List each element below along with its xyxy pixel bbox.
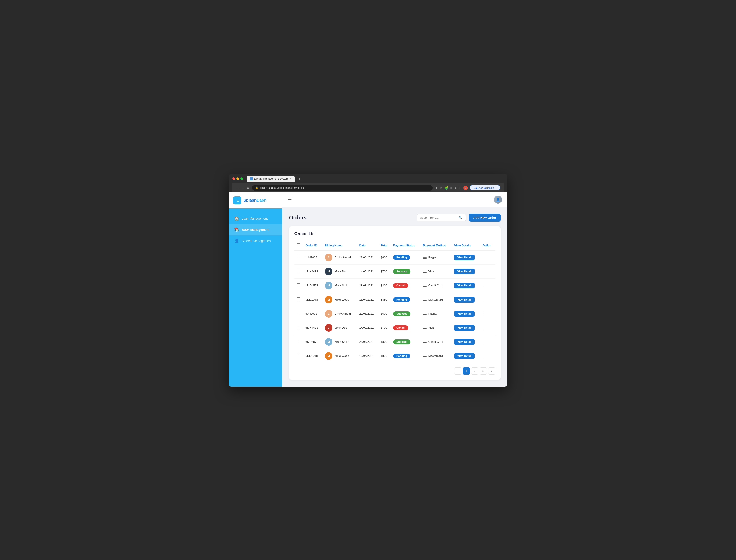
bookmark-icon[interactable]: ☆ <box>440 186 443 190</box>
view-detail-button[interactable]: View Detail <box>454 255 475 260</box>
view-detail-button[interactable]: View Detail <box>454 339 475 345</box>
logo-dash: Dash <box>257 198 267 202</box>
order-date: 22/06/2021 <box>357 250 379 264</box>
view-detail-button[interactable]: View Detail <box>454 311 475 317</box>
hamburger-menu[interactable]: ☰ <box>288 197 292 202</box>
view-detail-button[interactable]: View Detail <box>454 283 475 288</box>
page-header: Orders 🔍 Add New Order <box>289 214 501 222</box>
new-tab-button[interactable]: + <box>297 177 302 181</box>
user-avatar[interactable]: 👤 <box>494 196 502 204</box>
extensions-icon[interactable]: 🧩 <box>444 186 448 190</box>
next-page-button[interactable]: › <box>488 367 495 375</box>
payment-method-name: Visa <box>428 270 434 273</box>
row-checkbox[interactable] <box>297 283 300 287</box>
row-checkbox[interactable] <box>297 297 300 301</box>
home-icon: 🏠 <box>234 216 239 221</box>
sidebar-item-student-management[interactable]: 👤 Student Management <box>229 235 282 246</box>
row-checkbox-cell <box>294 250 303 264</box>
back-button[interactable]: ← <box>236 186 239 190</box>
order-date: 13/04/2021 <box>357 349 379 363</box>
view-details-cell: View Detail <box>452 250 480 264</box>
user-pic: M <box>325 268 332 275</box>
view-detail-button[interactable]: View Detail <box>454 297 475 303</box>
user-pic-inner: M <box>325 352 332 360</box>
forward-button[interactable]: → <box>241 186 244 190</box>
maximize-traffic-light[interactable] <box>240 177 243 180</box>
select-all-checkbox[interactable] <box>297 243 300 247</box>
sidebar-item-loan-management[interactable]: 🏠 Loan Management <box>229 213 282 224</box>
menu-icon[interactable]: ⊞ <box>450 186 453 190</box>
billing-name-cell: E Emily Arnold <box>323 250 357 264</box>
order-total: $880 <box>379 349 391 363</box>
billing-name-cell: M Mark Doe <box>323 264 357 278</box>
view-detail-button[interactable]: View Detail <box>454 325 475 331</box>
close-tab-button[interactable]: ✕ <box>290 177 292 180</box>
logo-splash: Splash <box>244 198 257 202</box>
payment-method-cell: ▬ Visa <box>421 321 452 335</box>
profile-icon[interactable]: ◻ <box>459 186 462 190</box>
user-pic: J <box>325 324 332 332</box>
row-checkbox[interactable] <box>297 312 300 315</box>
user-pic-inner: M <box>325 296 332 303</box>
download-icon[interactable]: ⬇ <box>454 186 457 190</box>
billing-name: Mike Wood <box>335 298 349 301</box>
row-checkbox[interactable] <box>297 354 300 357</box>
action-menu-button[interactable]: ⋮ <box>482 354 486 358</box>
payment-status-cell: Success <box>391 335 421 349</box>
table-row: #MD4578 M Mark Smith 28/08/2021 $800 Can… <box>294 278 495 293</box>
action-menu-button[interactable]: ⋮ <box>482 269 486 274</box>
reload-button[interactable]: ↻ <box>247 186 249 190</box>
row-checkbox[interactable] <box>297 326 300 329</box>
row-checkbox[interactable] <box>297 269 300 273</box>
add-order-button[interactable]: Add New Order <box>469 214 501 222</box>
action-menu-button[interactable]: ⋮ <box>482 326 486 330</box>
order-date: 13/04/2021 <box>357 293 379 307</box>
view-details-cell: View Detail <box>452 349 480 363</box>
browser-titlebar: Library Management System ✕ + <box>232 176 504 182</box>
page-1-button[interactable]: 1 <box>463 367 470 375</box>
action-cell: ⋮ <box>480 307 495 321</box>
relaunch-button[interactable]: Relaunch to update ⋮ <box>470 185 500 190</box>
logo-icon: 🛍 <box>233 196 241 204</box>
action-menu-button[interactable]: ⋮ <box>482 340 486 344</box>
col-date: Date <box>357 241 379 251</box>
prev-page-button[interactable]: ‹ <box>454 367 461 375</box>
page-3-button[interactable]: 3 <box>480 367 487 375</box>
payment-method-name: Paypal <box>428 312 437 315</box>
search-input[interactable] <box>420 216 457 219</box>
header-actions: 🔍 Add New Order <box>417 214 501 222</box>
row-checkbox[interactable] <box>297 340 300 343</box>
sidebar: 🛍 SplashDash 🏠 Loan Management 📚 Book Ma… <box>229 192 282 387</box>
sidebar-item-label-student: Student Management <box>242 239 272 243</box>
minimize-traffic-light[interactable] <box>236 177 239 180</box>
orders-card: Orders List Order ID Billing Name Date T… <box>289 226 501 380</box>
view-detail-button[interactable]: View Detail <box>454 269 475 274</box>
col-order-id: Order ID <box>303 241 323 251</box>
action-menu-button[interactable]: ⋮ <box>482 312 486 316</box>
action-menu-button[interactable]: ⋮ <box>482 255 486 260</box>
share-icon[interactable]: ⬆ <box>435 186 438 190</box>
col-payment-status: Payment Status <box>391 241 421 251</box>
address-bar[interactable]: 🔒 localhost:8080/book_manager/books <box>252 185 433 191</box>
sidebar-nav: 🏠 Loan Management 📚 Book Management 👤 St… <box>229 208 282 251</box>
action-menu-button[interactable]: ⋮ <box>482 283 486 288</box>
browser-user-avatar[interactable]: E <box>463 186 468 190</box>
payment-status-cell: Success <box>391 307 421 321</box>
action-cell: ⋮ <box>480 278 495 293</box>
relaunch-label: Relaunch to update <box>473 187 494 189</box>
row-checkbox[interactable] <box>297 255 300 259</box>
action-cell: ⋮ <box>480 250 495 264</box>
order-date: 14/07/2021 <box>357 264 379 278</box>
view-detail-button[interactable]: View Detail <box>454 353 475 359</box>
page-2-button[interactable]: 2 <box>471 367 478 375</box>
payment-method-icon: ▬ <box>423 284 427 288</box>
payment-method-icon: ▬ <box>423 326 427 330</box>
sidebar-header: 🛍 SplashDash <box>229 192 282 208</box>
table-row: #MK4433 M Mark Doe 14/07/2021 $700 Succe… <box>294 264 495 278</box>
close-traffic-light[interactable] <box>232 177 235 180</box>
browser-tab[interactable]: Library Management System ✕ <box>247 176 295 182</box>
billing-name: Emily Arnold <box>335 256 351 259</box>
search-box[interactable]: 🔍 <box>417 214 466 221</box>
action-menu-button[interactable]: ⋮ <box>482 297 486 302</box>
sidebar-item-book-management[interactable]: 📚 Book Management <box>229 224 282 235</box>
